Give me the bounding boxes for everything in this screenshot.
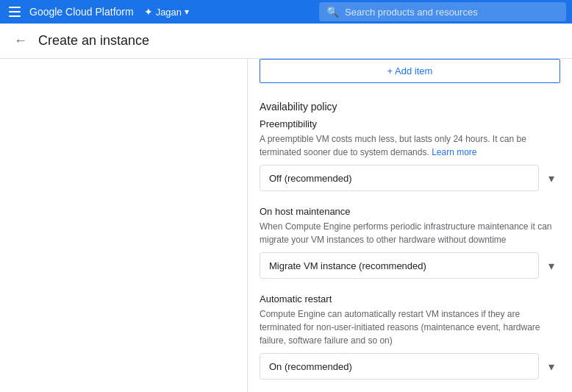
page-title: Create an instance <box>38 33 149 49</box>
preemptibility-label: Preemptibility <box>260 118 560 129</box>
project-selector[interactable]: ✦ Jagan ▾ <box>140 4 193 19</box>
topbar: Google Cloud Platform ✦ Jagan ▾ 🔍 <box>0 0 572 24</box>
search-bar[interactable]: 🔍 <box>319 2 566 21</box>
subheader: ← Create an instance <box>0 24 572 59</box>
preemptibility-field: Preemptibility A preemptible VM costs mu… <box>260 118 560 191</box>
preemptibility-dropdown-icon: ▾ <box>548 171 554 185</box>
preemptibility-select-wrapper: Off (recommended) On ▾ <box>260 165 560 191</box>
automatic-restart-select[interactable]: On (recommended) Off <box>260 353 539 379</box>
gcp-title: Google Cloud Platform <box>29 6 134 18</box>
main-layout: + Add item Availability policy Preemptib… <box>0 59 572 392</box>
automatic-restart-dropdown-icon: ▾ <box>548 360 554 374</box>
content-area: + Add item Availability policy Preemptib… <box>247 59 572 392</box>
on-host-maintenance-label: On host maintenance <box>260 206 560 217</box>
sidebar <box>0 59 247 392</box>
project-name: Jagan <box>156 7 182 18</box>
automatic-restart-select-wrapper: On (recommended) Off ▾ <box>260 353 560 379</box>
on-host-maintenance-select[interactable]: Migrate VM instance (recommended) Termin… <box>260 252 539 279</box>
search-input[interactable] <box>345 7 559 18</box>
on-host-maintenance-description: When Compute Engine performs periodic in… <box>260 220 560 246</box>
preemptibility-description: A preemptible VM costs much less, but la… <box>260 132 560 159</box>
automatic-restart-label: Automatic restart <box>260 293 560 304</box>
menu-button[interactable] <box>6 3 24 21</box>
project-icon: ✦ <box>144 6 153 18</box>
search-icon: 🔍 <box>326 6 339 18</box>
preemptibility-learn-more[interactable]: Learn more <box>432 147 476 157</box>
on-host-maintenance-field: On host maintenance When Compute Engine … <box>260 206 560 279</box>
availability-policy-header: Availability policy <box>260 101 560 113</box>
add-item-button[interactable]: + Add item <box>260 59 560 83</box>
back-button[interactable]: ← <box>12 32 29 50</box>
preemptibility-select[interactable]: Off (recommended) On <box>260 165 539 191</box>
on-host-maintenance-dropdown-icon: ▾ <box>548 259 554 273</box>
automatic-restart-field: Automatic restart Compute Engine can aut… <box>260 293 560 379</box>
automatic-restart-description: Compute Engine can automatically restart… <box>260 307 560 347</box>
availability-policy-section: Availability policy Preemptibility A pre… <box>260 101 560 379</box>
on-host-maintenance-select-wrapper: Migrate VM instance (recommended) Termin… <box>260 252 560 279</box>
chevron-down-icon: ▾ <box>185 7 189 17</box>
topbar-left: Google Cloud Platform ✦ Jagan ▾ <box>6 3 319 21</box>
